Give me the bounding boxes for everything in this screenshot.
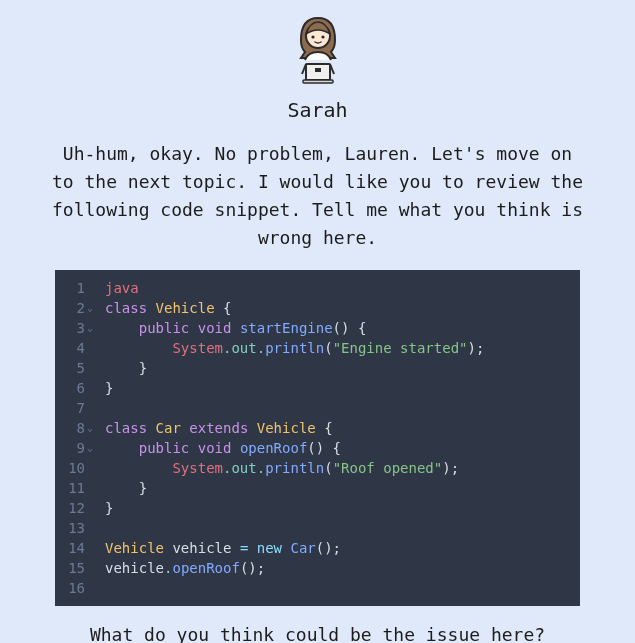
line-number: 15 [55, 558, 87, 578]
code-content: Vehicle vehicle = new Car(); [101, 538, 580, 558]
code-content: } [101, 478, 580, 498]
code-content: } [101, 378, 580, 398]
line-number: 4 [55, 338, 87, 358]
code-content: System.out.println("Roof opened"); [101, 458, 580, 478]
code-line: 2⌄class Vehicle { [55, 298, 580, 318]
code-content: vehicle.openRoof(); [101, 558, 580, 578]
conversation-panel: Sarah Uh-hum, okay. No problem, Lauren. … [0, 0, 635, 643]
avatar-container [0, 10, 635, 90]
svg-point-2 [321, 35, 324, 38]
fold-icon[interactable]: ⌄ [87, 298, 101, 318]
line-number: 3 [55, 318, 87, 338]
svg-rect-4 [315, 68, 321, 72]
code-content: class Vehicle { [101, 298, 580, 318]
line-number: 2 [55, 298, 87, 318]
avatar-icon [283, 10, 353, 90]
line-number: 14 [55, 538, 87, 558]
code-line: 6} [55, 378, 580, 398]
code-line: 8⌄class Car extends Vehicle { [55, 418, 580, 438]
code-line: 15vehicle.openRoof(); [55, 558, 580, 578]
line-number: 10 [55, 458, 87, 478]
code-line: 5 } [55, 358, 580, 378]
fold-icon[interactable]: ⌄ [87, 418, 101, 438]
code-content: public void startEngine() { [101, 318, 580, 338]
speech-text: Uh-hum, okay. No problem, Lauren. Let's … [50, 140, 585, 252]
line-number: 6 [55, 378, 87, 398]
code-line: 16 [55, 578, 580, 598]
svg-rect-5 [303, 80, 333, 83]
line-number: 12 [55, 498, 87, 518]
code-snippet: 1java2⌄class Vehicle {3⌄ public void sta… [55, 270, 580, 606]
line-number: 9 [55, 438, 87, 458]
code-content: } [101, 498, 580, 518]
code-line: 11 } [55, 478, 580, 498]
svg-point-1 [311, 35, 314, 38]
line-number: 1 [55, 278, 87, 298]
speaker-name: Sarah [0, 98, 635, 122]
code-line: 4 System.out.println("Engine started"); [55, 338, 580, 358]
code-content: java [101, 278, 580, 298]
line-number: 8 [55, 418, 87, 438]
code-line: 14Vehicle vehicle = new Car(); [55, 538, 580, 558]
fold-icon[interactable]: ⌄ [87, 438, 101, 458]
fold-icon[interactable]: ⌄ [87, 318, 101, 338]
code-line: 7 [55, 398, 580, 418]
code-line: 12} [55, 498, 580, 518]
code-line: 3⌄ public void startEngine() { [55, 318, 580, 338]
code-content: class Car extends Vehicle { [101, 418, 580, 438]
followup-question: What do you think could be the issue her… [0, 624, 635, 643]
line-number: 16 [55, 578, 87, 598]
line-number: 5 [55, 358, 87, 378]
code-content: public void openRoof() { [101, 438, 580, 458]
code-line: 13 [55, 518, 580, 538]
code-line: 9⌄ public void openRoof() { [55, 438, 580, 458]
line-number: 11 [55, 478, 87, 498]
line-number: 7 [55, 398, 87, 418]
code-line: 10 System.out.println("Roof opened"); [55, 458, 580, 478]
code-content: } [101, 358, 580, 378]
line-number: 13 [55, 518, 87, 538]
code-line: 1java [55, 278, 580, 298]
code-content: System.out.println("Engine started"); [101, 338, 580, 358]
